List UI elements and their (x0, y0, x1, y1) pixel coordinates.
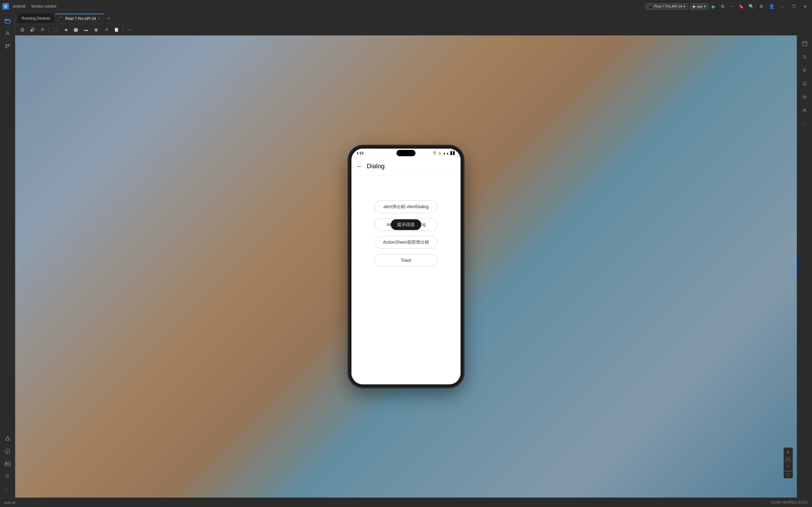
title-bar-left: A android Version control (3, 3, 644, 9)
tool-undo[interactable]: ↺ (102, 25, 111, 34)
version-control-menu[interactable]: Version control (29, 3, 58, 9)
app-bar: ← Dialog (351, 158, 461, 175)
right-panel: ⋯ (797, 36, 812, 498)
back-button[interactable]: ← (357, 163, 363, 170)
device-label: Pixel 7 Pro API 34 (654, 4, 682, 8)
zoom-in-button[interactable]: + (784, 448, 793, 457)
chevron-down-icon-app: ▾ (704, 4, 706, 9)
svg-point-12 (804, 96, 805, 98)
more-icon[interactable]: ⋯ (728, 3, 736, 10)
zoom-fit-button[interactable]: ⛶ (784, 471, 793, 478)
svg-point-7 (7, 450, 8, 451)
phone-area: 1:12 ⏰ 🔋 ▲▲ ▋▋ ← Dialog (15, 36, 797, 498)
screen-title: Dialog (367, 163, 385, 170)
bottom-bar: android CSDN ©程序喵正在茁壮 (0, 498, 812, 507)
sidebar-item-info[interactable] (2, 446, 13, 457)
tool-square[interactable]: ▣ (92, 25, 101, 34)
svg-point-2 (6, 44, 7, 46)
run-button[interactable]: ▶ (711, 3, 717, 10)
right-panel-settings[interactable] (799, 91, 810, 103)
alarm-icon: ⏰ (433, 152, 437, 155)
zoom-controls: + 1:1 − ⛶ (783, 447, 793, 478)
restore-button[interactable]: ❐ (789, 2, 798, 11)
title-bar-right: 🔖 🔍 ⚙ 👤 ─ ❐ ✕ (737, 2, 809, 11)
right-panel-bell[interactable] (799, 78, 810, 89)
tab-add-button[interactable]: + (105, 14, 112, 22)
svg-point-5 (6, 437, 9, 441)
main-content: ⋯ 1:12 ⏰ 🔋 ▲▲ ▋▋ (15, 36, 812, 498)
device-selector[interactable]: 📱 Pixel 7 Pro API 34 ▾ (646, 3, 688, 10)
bottom-android-label: android (4, 501, 15, 504)
tool-volume[interactable]: 🔊 (28, 25, 37, 34)
action-sheet-label: ActionSheet底部弹出框 (383, 239, 429, 245)
tool-sep-2 (123, 26, 123, 33)
wifi-icon: ▲▲ (443, 152, 449, 155)
right-panel-list[interactable] (799, 65, 810, 76)
svg-point-11 (803, 55, 806, 58)
sidebar-item-git[interactable] (2, 41, 13, 52)
toast-button[interactable]: Toast (374, 254, 438, 267)
status-time: 1:12 (357, 151, 433, 155)
copyright-text: CSDN ©程序喵正在茁壮 (770, 500, 808, 505)
svg-point-1 (7, 32, 9, 34)
sidebar-item-users[interactable] (2, 28, 13, 39)
right-panel-user[interactable] (799, 105, 810, 116)
right-panel-search[interactable] (799, 51, 810, 63)
tool-clipboard[interactable]: 📋 (112, 25, 121, 34)
settings-icon-2[interactable]: ⚙ (757, 3, 765, 10)
right-panel-layers[interactable] (799, 38, 810, 49)
tool-home[interactable]: ⬤ (71, 25, 80, 34)
minimize-button[interactable]: ─ (778, 2, 786, 11)
select-dialog-label: select弹出框-Dialog (387, 222, 426, 228)
project-name[interactable]: android (11, 3, 27, 9)
phone-inner: 1:12 ⏰ 🔋 ▲▲ ▋▋ ← Dialog (351, 149, 461, 384)
settings-icon[interactable]: ⚙ (719, 3, 726, 10)
sidebar-item-more[interactable]: ⋯ (2, 484, 13, 495)
sidebar-item-branch[interactable] (2, 471, 13, 482)
sidebar-item-debug[interactable] (2, 433, 13, 444)
user-icon[interactable]: 👤 (768, 3, 775, 10)
tab-running-devices[interactable]: Running Devices (18, 14, 54, 23)
action-sheet-button[interactable]: ActionSheet底部弹出框 (374, 236, 438, 249)
toast-button-label: Toast (401, 258, 411, 263)
tab-pixel-label: Pixel 7 Pro API 34 (65, 16, 96, 21)
left-sidebar: ⋯ (0, 13, 15, 498)
svg-rect-10 (803, 42, 807, 46)
phone-frame: 1:12 ⏰ 🔋 ▲▲ ▋▋ ← Dialog (349, 146, 463, 387)
scroll-indicator[interactable] (796, 257, 797, 276)
phone-tab-icon: 📱 (59, 16, 63, 21)
toolbar: ⏻ 🔊 ⟳ ⛶ ◀ ⬤ ▬ ▣ ↺ 📋 ⋯ (15, 24, 812, 36)
tool-power[interactable]: ⏻ (18, 25, 27, 34)
tool-more[interactable]: ⋯ (125, 25, 134, 34)
tool-back[interactable]: ◀ (61, 25, 70, 34)
alert-dialog-button[interactable]: alert弹出框-AlertDialog (374, 201, 438, 213)
zoom-out-button[interactable]: − (784, 462, 793, 471)
select-dialog-button[interactable]: select弹出框-Dialog 提示信息 (374, 218, 438, 231)
bookmark-icon[interactable]: 🔖 (737, 3, 745, 10)
close-button[interactable]: ✕ (801, 2, 809, 11)
title-bar: A android Version control 📱 Pixel 7 Pro … (0, 0, 812, 13)
signal-icon: ▋▋ (450, 152, 455, 155)
phone-screen: 1:12 ⏰ 🔋 ▲▲ ▋▋ ← Dialog (351, 149, 461, 384)
tab-bar: Running Devices 📱 Pixel 7 Pro API 34 ✕ + (15, 13, 812, 24)
tab-close-icon[interactable]: ✕ (98, 17, 100, 20)
tab-pixel[interactable]: 📱 Pixel 7 Pro API 34 ✕ (55, 14, 104, 23)
chevron-down-icon: ▾ (683, 4, 686, 9)
right-panel-more[interactable]: ⋯ (799, 118, 810, 129)
zoom-ratio: 1:1 (785, 457, 792, 462)
status-camera-pill (397, 150, 415, 156)
tool-sep-1 (49, 26, 49, 33)
sidebar-item-folder[interactable] (2, 15, 13, 26)
tool-recent[interactable]: ▬ (82, 25, 90, 34)
svg-point-4 (6, 47, 7, 48)
search-icon[interactable]: 🔍 (747, 3, 755, 10)
app-selector[interactable]: ▶ app ▾ (690, 3, 709, 10)
sidebar-bottom: ⋯ (2, 433, 13, 495)
app-icon: A (3, 3, 9, 9)
sidebar-item-images[interactable] (2, 458, 13, 469)
battery-icon: 🔋 (438, 152, 442, 155)
tool-rotate[interactable]: ⟳ (38, 25, 47, 34)
phone-icon: 📱 (648, 4, 653, 9)
tool-fullscreen[interactable]: ⛶ (51, 25, 60, 34)
screen-content: alert弹出框-AlertDialog select弹出框-Dialog 提示… (351, 175, 461, 273)
